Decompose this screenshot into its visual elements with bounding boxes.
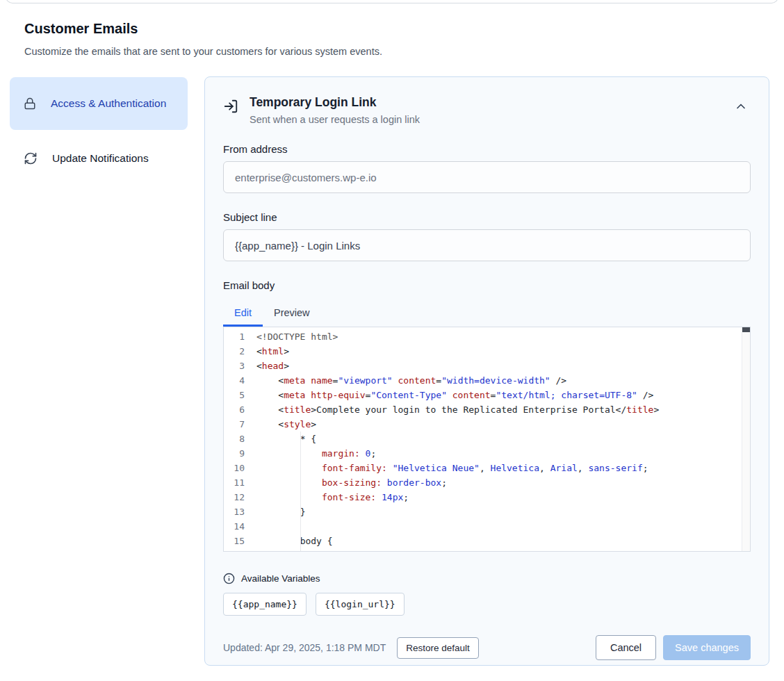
email-settings-panel: Temporary Login Link Sent when a user re… bbox=[204, 76, 769, 666]
line-number: 9 bbox=[224, 446, 245, 461]
line-number: 2 bbox=[224, 344, 245, 359]
line-number: 4 bbox=[224, 373, 245, 388]
panel-titles: Temporary Login Link Sent when a user re… bbox=[250, 95, 420, 125]
line-number: 13 bbox=[224, 504, 245, 519]
line-number: 11 bbox=[224, 475, 245, 490]
updated-timestamp: Updated: Apr 29, 2025, 1:18 PM MDT bbox=[223, 642, 386, 653]
code-line: 8 * { bbox=[224, 432, 750, 446]
save-changes-button[interactable]: Save changes bbox=[663, 635, 751, 660]
login-icon bbox=[223, 99, 238, 114]
line-number: 1 bbox=[224, 329, 245, 344]
code-line: 13 } bbox=[224, 504, 750, 519]
sidebar-item-label: Update Notifications bbox=[52, 150, 149, 167]
code-line: 14 bbox=[224, 519, 750, 534]
page-title: Customer Emails bbox=[24, 21, 138, 37]
panel-footer: Updated: Apr 29, 2025, 1:18 PM MDT Resto… bbox=[223, 635, 751, 660]
line-number: 16 bbox=[224, 548, 245, 552]
available-variables-header: Available Variables bbox=[223, 573, 751, 584]
line-number: 6 bbox=[224, 402, 245, 417]
code-line: 1<!DOCTYPE html> bbox=[224, 329, 750, 344]
sidebar-item-label: Access & Authentication bbox=[51, 95, 166, 112]
line-number: 5 bbox=[224, 388, 245, 402]
code-line: 6 <title>Complete your login to the Repl… bbox=[224, 402, 750, 417]
refresh-icon bbox=[24, 151, 38, 165]
line-number: 15 bbox=[224, 534, 245, 548]
from-address-label: From address bbox=[223, 143, 751, 155]
email-body-label: Email body bbox=[223, 279, 751, 291]
code-lines: 1<!DOCTYPE html>2<html>3<head>4 <meta na… bbox=[224, 329, 750, 552]
code-line: 11 box-sizing: border-box; bbox=[224, 475, 750, 490]
subject-line-label: Subject line bbox=[223, 211, 751, 223]
subject-line-input[interactable] bbox=[223, 229, 751, 261]
tab-preview[interactable]: Preview bbox=[263, 300, 321, 327]
line-number: 10 bbox=[224, 461, 245, 475]
page-subtitle: Customize the emails that are sent to yo… bbox=[24, 46, 382, 57]
code-line: 16 background-color: #f6f6f6; bbox=[224, 548, 750, 552]
sidebar-item-access-authentication[interactable]: Access & Authentication bbox=[10, 77, 188, 130]
collapse-button[interactable] bbox=[731, 97, 751, 118]
editor-tabs: Edit Preview bbox=[223, 300, 751, 327]
code-line: 7 <style> bbox=[224, 417, 750, 432]
panel-header: Temporary Login Link Sent when a user re… bbox=[223, 95, 751, 125]
info-icon bbox=[223, 573, 235, 584]
scrollbar-thumb[interactable] bbox=[742, 327, 750, 332]
line-number: 7 bbox=[224, 417, 245, 432]
code-line: 3<head> bbox=[224, 359, 750, 373]
line-number: 8 bbox=[224, 432, 245, 446]
code-line: 12 font-size: 14px; bbox=[224, 490, 750, 504]
code-line: 9 margin: 0; bbox=[224, 446, 750, 461]
variable-chip-app-name[interactable]: {{app_name}} bbox=[223, 593, 307, 616]
restore-default-button[interactable]: Restore default bbox=[397, 637, 479, 659]
code-line: 5 <meta http-equiv="Content-Type" conten… bbox=[224, 388, 750, 402]
editor-scrollbar[interactable] bbox=[742, 327, 750, 551]
code-line: 10 font-family: "Helvetica Neue", Helvet… bbox=[224, 461, 750, 475]
sidebar: Access & Authentication Update Notificat… bbox=[10, 77, 188, 175]
code-line: 4 <meta name="viewport" content="width=d… bbox=[224, 373, 750, 388]
variable-chips: {{app_name}} {{login_url}} bbox=[223, 593, 751, 616]
available-variables-label: Available Variables bbox=[241, 573, 320, 584]
chevron-up-icon bbox=[734, 105, 748, 115]
tab-edit[interactable]: Edit bbox=[223, 300, 263, 327]
panel-subtitle: Sent when a user requests a login link bbox=[250, 114, 420, 125]
sidebar-item-update-notifications[interactable]: Update Notifications bbox=[10, 142, 188, 175]
code-line: 15 body { bbox=[224, 534, 750, 548]
from-address-input[interactable] bbox=[223, 161, 751, 193]
page-top-divider bbox=[6, 0, 778, 3]
code-editor[interactable]: 1<!DOCTYPE html>2<html>3<head>4 <meta na… bbox=[223, 327, 751, 552]
code-line: 2<html> bbox=[224, 344, 750, 359]
cancel-button[interactable]: Cancel bbox=[596, 635, 656, 660]
line-number: 14 bbox=[224, 519, 245, 534]
variable-chip-login-url[interactable]: {{login_url}} bbox=[316, 593, 405, 616]
lock-icon bbox=[24, 97, 36, 110]
panel-title: Temporary Login Link bbox=[250, 95, 420, 110]
line-number: 12 bbox=[224, 490, 245, 504]
line-number: 3 bbox=[224, 359, 245, 373]
